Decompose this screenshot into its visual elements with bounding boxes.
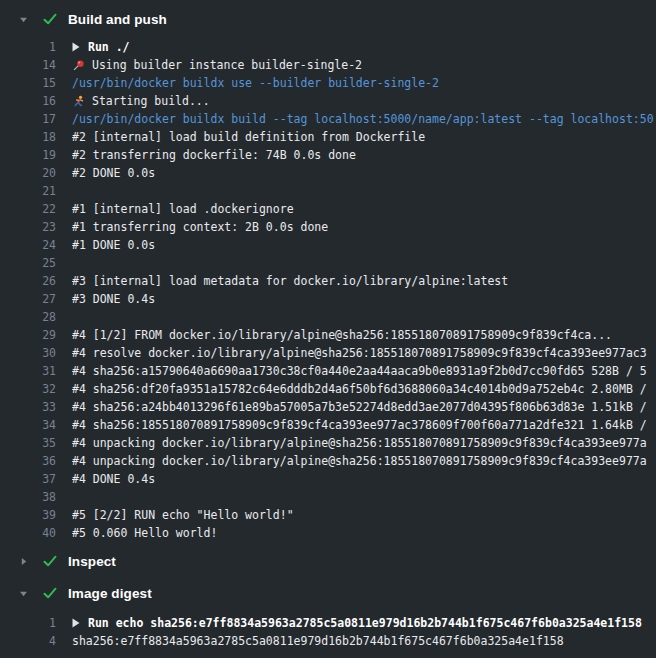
log-lines: 1Run echo sha256:e7ff8834a5963a2785c5a08… [0, 604, 656, 658]
line-number[interactable]: 29 [0, 326, 56, 344]
log-line: 25 [0, 254, 656, 272]
line-text: /usr/bin/docker buildx build --tag local… [72, 110, 654, 128]
line-number[interactable]: 25 [0, 254, 56, 272]
line-label: Starting build... [92, 92, 210, 110]
line-label: #4 sha256:a24bb4013296f61e89ba57005a7b3e… [72, 398, 647, 416]
line-text: #4 sha256:a24bb4013296f61e89ba57005a7b3e… [72, 398, 647, 416]
expand-arrow-icon[interactable] [72, 618, 80, 628]
line-number[interactable]: 4 [0, 632, 56, 650]
line-label: #5 0.060 Hello world! [72, 524, 217, 542]
workflow-log: Build and push1Run ./14Using builder ins… [0, 0, 656, 658]
log-line: 19#2 transferring dockerfile: 74B 0.0s d… [0, 146, 656, 164]
log-line: 31#4 sha256:a15790640a6690aa1730c38cf0a4… [0, 362, 656, 380]
line-text: Run echo sha256:e7ff8834a5963a2785c5a081… [72, 614, 642, 632]
line-label: #4 unpacking docker.io/library/alpine@sh… [72, 434, 647, 452]
line-text: #4 unpacking docker.io/library/alpine@sh… [72, 452, 647, 470]
chevron-down-icon[interactable] [18, 588, 29, 599]
line-number[interactable]: 33 [0, 398, 56, 416]
log-line: 37#4 DONE 0.4s [0, 470, 656, 488]
line-text: Run ./ [72, 38, 130, 56]
line-text: #1 transferring context: 2B 0.0s done [72, 218, 328, 236]
line-number[interactable]: 40 [0, 524, 56, 542]
line-number[interactable]: 22 [0, 200, 56, 218]
line-text: #4 sha256:185518070891758909c9f839cf4ca3… [72, 416, 647, 434]
check-icon [42, 11, 58, 27]
line-text: #4 unpacking docker.io/library/alpine@sh… [72, 434, 647, 452]
log-lines: 1Run ./14Using builder instance builder-… [0, 30, 656, 550]
line-label: sha256:e7ff8834a5963a2785c5a0811e979d16b… [72, 632, 564, 650]
section-header-build-and-push[interactable]: Build and push [0, 8, 656, 30]
line-number[interactable]: 27 [0, 290, 56, 308]
line-label: /usr/bin/docker buildx build --tag local… [72, 110, 654, 128]
log-line: 29#4 [1/2] FROM docker.io/library/alpine… [0, 326, 656, 344]
log-line: 16Starting build... [0, 92, 656, 110]
line-number[interactable]: 1 [0, 38, 56, 56]
line-number[interactable]: 38 [0, 488, 56, 506]
chevron-right-icon[interactable] [18, 556, 29, 567]
line-number[interactable]: 26 [0, 272, 56, 290]
log-line: 39#5 [2/2] RUN echo "Hello world!" [0, 506, 656, 524]
log-line: 35#4 unpacking docker.io/library/alpine@… [0, 434, 656, 452]
line-label: #4 [1/2] FROM docker.io/library/alpine@s… [72, 326, 612, 344]
line-number[interactable]: 39 [0, 506, 56, 524]
line-number[interactable]: 18 [0, 128, 56, 146]
log-line: 26#3 [internal] load metadata for docker… [0, 272, 656, 290]
line-text: #4 DONE 0.4s [72, 470, 155, 488]
line-number[interactable]: 21 [0, 182, 56, 200]
line-number[interactable]: 16 [0, 92, 56, 110]
line-number[interactable]: 17 [0, 110, 56, 128]
line-label: #4 sha256:185518070891758909c9f839cf4ca3… [72, 416, 647, 434]
line-text: #1 [internal] load .dockerignore [72, 200, 294, 218]
line-text: #1 DONE 0.0s [72, 236, 155, 254]
line-number[interactable]: 23 [0, 218, 56, 236]
line-label: #1 [internal] load .dockerignore [72, 200, 294, 218]
log-line[interactable]: 1Run ./ [0, 38, 656, 56]
line-text: sha256:e7ff8834a5963a2785c5a0811e979d16b… [72, 632, 564, 650]
line-number[interactable]: 15 [0, 74, 56, 92]
log-line: 38 [0, 488, 656, 506]
line-number[interactable]: 36 [0, 452, 56, 470]
line-label: #4 sha256:df20fa9351a15782c64e6dddb2d4a6… [72, 380, 647, 398]
log-line: 28 [0, 308, 656, 326]
line-text: #3 [internal] load metadata for docker.i… [72, 272, 508, 290]
log-line[interactable]: 1Run echo sha256:e7ff8834a5963a2785c5a08… [0, 614, 656, 632]
line-number[interactable]: 28 [0, 308, 56, 326]
line-number[interactable]: 30 [0, 344, 56, 362]
log-line: 30#4 resolve docker.io/library/alpine@sh… [0, 344, 656, 362]
line-text: #4 [1/2] FROM docker.io/library/alpine@s… [72, 326, 612, 344]
line-label: Run echo sha256:e7ff8834a5963a2785c5a081… [88, 614, 642, 632]
log-section-image-digest: Image digest1Run echo sha256:e7ff8834a59… [0, 582, 656, 658]
section-title: Image digest [68, 586, 152, 601]
line-number[interactable]: 20 [0, 164, 56, 182]
log-section-inspect: Inspect [0, 550, 656, 572]
line-label: #3 DONE 0.4s [72, 290, 155, 308]
line-text: /usr/bin/docker buildx use --builder bui… [72, 74, 439, 92]
line-number[interactable]: 35 [0, 434, 56, 452]
line-number[interactable]: 31 [0, 362, 56, 380]
line-number[interactable]: 34 [0, 416, 56, 434]
log-line: 34#4 sha256:185518070891758909c9f839cf4c… [0, 416, 656, 434]
line-label: /usr/bin/docker buildx use --builder bui… [72, 74, 439, 92]
log-line: 17/usr/bin/docker buildx build --tag loc… [0, 110, 656, 128]
line-number[interactable]: 14 [0, 56, 56, 74]
line-label: #1 transferring context: 2B 0.0s done [72, 218, 328, 236]
runner-icon [72, 95, 85, 108]
section-header-image-digest[interactable]: Image digest [0, 582, 656, 604]
line-number[interactable]: 19 [0, 146, 56, 164]
log-section-build-and-push: Build and push1Run ./14Using builder ins… [0, 8, 656, 550]
log-line: 24#1 DONE 0.0s [0, 236, 656, 254]
line-number[interactable]: 24 [0, 236, 56, 254]
log-line: 15/usr/bin/docker buildx use --builder b… [0, 74, 656, 92]
line-label: #4 DONE 0.4s [72, 470, 155, 488]
log-line: 40#5 0.060 Hello world! [0, 524, 656, 542]
expand-arrow-icon[interactable] [72, 42, 80, 52]
line-number[interactable]: 1 [0, 614, 56, 632]
chevron-down-icon[interactable] [18, 14, 29, 25]
line-text: Using builder instance builder-single-2 [72, 56, 362, 74]
line-text: #2 DONE 0.0s [72, 164, 155, 182]
log-line: 32#4 sha256:df20fa9351a15782c64e6dddb2d4… [0, 380, 656, 398]
section-header-inspect[interactable]: Inspect [0, 550, 656, 572]
line-text: #2 [internal] load build definition from… [72, 128, 425, 146]
line-number[interactable]: 32 [0, 380, 56, 398]
line-number[interactable]: 37 [0, 470, 56, 488]
